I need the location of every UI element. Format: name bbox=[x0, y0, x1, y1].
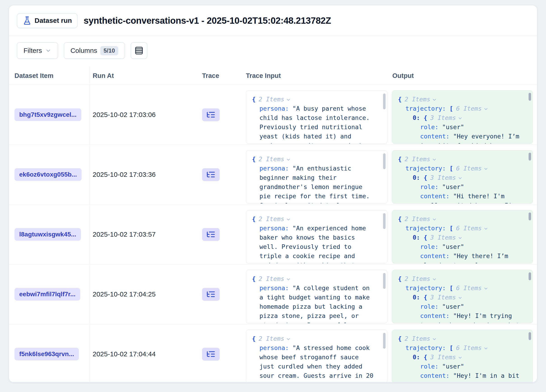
trace-input-cell: {2 Items persona:"An experienced home ba… bbox=[244, 205, 390, 264]
collapse-chevron-icon[interactable] bbox=[286, 217, 291, 222]
column-header-trace: Trace bbox=[201, 67, 244, 85]
output-json[interactable]: {2 Items trajectory:[6 Items 0:{3 Items … bbox=[392, 210, 533, 264]
scrollbar-thumb[interactable] bbox=[529, 213, 531, 220]
json-content-line: content:"Hi there! I'm really excited be… bbox=[398, 191, 520, 204]
json-key: persona: bbox=[260, 344, 289, 351]
table-row: ek6oz6vtoxg055b... 2025-10-02 17:03:36 {… bbox=[9, 145, 537, 205]
json-items-count: 2 Items bbox=[259, 275, 284, 282]
run-at-value: 2025-10-02 17:04:25 bbox=[93, 290, 156, 298]
json-key: trajectory: bbox=[405, 105, 446, 112]
collapse-chevron-icon[interactable] bbox=[458, 295, 463, 300]
collapse-chevron-icon[interactable] bbox=[458, 355, 463, 360]
scrollbar-thumb[interactable] bbox=[529, 153, 531, 161]
trace-button[interactable] bbox=[202, 168, 220, 181]
output-json[interactable]: {2 Items trajectory:[6 Items 0:{3 Items … bbox=[392, 150, 533, 204]
column-header-dataset-item: Dataset Item bbox=[9, 67, 90, 85]
json-index-line: 0:{3 Items bbox=[398, 353, 520, 362]
collapse-chevron-icon[interactable] bbox=[483, 286, 488, 291]
output-cell: {2 Items trajectory:[6 Items 0:{3 Items … bbox=[390, 324, 537, 383]
output-json[interactable]: {2 Items trajectory:[6 Items 0:{3 Items … bbox=[392, 270, 533, 323]
scrollbar-thumb[interactable] bbox=[529, 272, 531, 280]
list-tree-icon bbox=[206, 110, 216, 120]
json-key: role: bbox=[420, 124, 438, 131]
json-persona-line: persona:"A college student on a tight bu… bbox=[252, 283, 375, 323]
dataset-item-cell: l8agtuwxisgwk45... bbox=[9, 205, 90, 264]
collapse-chevron-icon[interactable] bbox=[483, 226, 488, 231]
json-items-count: 3 Items bbox=[430, 354, 456, 360]
dataset-item-badge[interactable]: f5nk6lse963qrvn... bbox=[14, 348, 79, 360]
json-items-count: 3 Items bbox=[430, 234, 456, 241]
dataset-item-cell: bhg7t5xv9zgwcel... bbox=[9, 85, 90, 145]
trace-button[interactable] bbox=[202, 108, 220, 121]
trace-input-json[interactable]: {2 Items persona:"A busy parent whose ch… bbox=[246, 90, 387, 144]
dataset-run-badge: Dataset run bbox=[17, 13, 78, 28]
json-role-line: role:"user" bbox=[398, 242, 520, 251]
collapse-chevron-icon[interactable] bbox=[432, 337, 437, 342]
json-items-count: 2 Items bbox=[259, 215, 284, 222]
collapse-chevron-icon[interactable] bbox=[483, 107, 488, 112]
list-tree-icon bbox=[206, 230, 216, 239]
json-items-count: 3 Items bbox=[430, 294, 456, 301]
trace-input-json[interactable]: {2 Items persona:"An experienced home ba… bbox=[246, 210, 387, 264]
trace-cell bbox=[201, 264, 244, 324]
collapse-chevron-icon[interactable] bbox=[286, 277, 291, 282]
collapse-chevron-icon[interactable] bbox=[458, 116, 463, 121]
columns-button[interactable]: Columns 5/10 bbox=[64, 42, 125, 59]
collapse-chevron-icon[interactable] bbox=[483, 166, 488, 171]
trace-cell bbox=[201, 205, 244, 264]
collapse-chevron-icon[interactable] bbox=[458, 235, 463, 240]
json-items-count: 6 Items bbox=[456, 105, 482, 112]
trace-input-json[interactable]: {2 Items persona:"A college student on a… bbox=[246, 270, 387, 323]
trace-input-json[interactable]: {2 Items persona:"An enthusiastic beginn… bbox=[246, 150, 387, 204]
collapse-chevron-icon[interactable] bbox=[483, 346, 488, 351]
json-key: role: bbox=[420, 303, 438, 310]
json-index-line: 0:{3 Items bbox=[398, 233, 520, 242]
scrollbar-thumb[interactable] bbox=[383, 333, 385, 349]
trace-button[interactable] bbox=[202, 228, 220, 241]
collapse-chevron-icon[interactable] bbox=[432, 217, 437, 222]
output-json[interactable]: {2 Items trajectory:[6 Items 0:{3 Items … bbox=[392, 330, 533, 383]
json-open-brace: { bbox=[252, 96, 256, 103]
dataset-item-badge[interactable]: eebwi7mfil7lqlf7r... bbox=[14, 288, 80, 301]
dataset-item-badge[interactable]: ek6oz6vtoxg055b... bbox=[14, 168, 82, 181]
json-content-line: content:"Hey there! I’m planning to scal… bbox=[398, 251, 520, 264]
json-items-count: 2 Items bbox=[404, 335, 430, 342]
trace-button[interactable] bbox=[202, 348, 220, 360]
json-items-count: 2 Items bbox=[404, 275, 430, 282]
json-open-brace: { bbox=[252, 275, 256, 282]
collapse-chevron-icon[interactable] bbox=[286, 337, 291, 342]
collapse-chevron-icon[interactable] bbox=[432, 157, 437, 162]
scrollbar-thumb[interactable] bbox=[383, 153, 385, 169]
dataset-item-cell: eebwi7mfil7lqlf7r... bbox=[9, 264, 90, 324]
collapse-chevron-icon[interactable] bbox=[432, 277, 437, 282]
scrollbar-thumb[interactable] bbox=[383, 94, 385, 109]
table-rows-icon bbox=[135, 46, 143, 55]
filters-button[interactable]: Filters bbox=[17, 42, 58, 59]
scrollbar-thumb[interactable] bbox=[383, 213, 385, 229]
json-open-bracket: [ bbox=[449, 285, 453, 291]
trace-input-json[interactable]: {2 Items persona:"A stressed home cook w… bbox=[246, 330, 387, 383]
json-trajectory-line: trajectory:[6 Items bbox=[398, 164, 520, 173]
collapse-chevron-icon[interactable] bbox=[286, 97, 291, 102]
run-at-cell: 2025-10-02 17:03:06 bbox=[90, 85, 201, 145]
dataset-item-badge[interactable]: l8agtuwxisgwk45... bbox=[14, 228, 81, 241]
dataset-item-badge[interactable]: bhg7t5xv9zgwcel... bbox=[14, 108, 81, 121]
run-at-cell: 2025-10-02 17:03:36 bbox=[90, 145, 201, 204]
json-string-value: "user" bbox=[442, 124, 464, 131]
collapse-chevron-icon[interactable] bbox=[458, 176, 463, 181]
trace-input-cell: {2 Items persona:"A college student on a… bbox=[244, 264, 390, 324]
json-items-count: 6 Items bbox=[456, 225, 482, 232]
row-height-button[interactable] bbox=[131, 42, 147, 59]
json-key: trajectory: bbox=[405, 344, 446, 351]
scrollbar-thumb[interactable] bbox=[383, 273, 385, 289]
json-trajectory-line: trajectory:[6 Items bbox=[398, 283, 520, 293]
json-key: trajectory: bbox=[405, 165, 446, 172]
collapse-chevron-icon[interactable] bbox=[432, 97, 437, 102]
json-items-count: 2 Items bbox=[404, 96, 430, 103]
scrollbar-thumb[interactable] bbox=[529, 93, 531, 101]
trace-button[interactable] bbox=[202, 288, 220, 301]
json-index-key: 0: bbox=[413, 354, 420, 360]
scrollbar-thumb[interactable] bbox=[529, 332, 531, 340]
collapse-chevron-icon[interactable] bbox=[286, 157, 291, 162]
output-json[interactable]: {2 Items trajectory:[6 Items 0:{3 Items … bbox=[392, 90, 533, 144]
